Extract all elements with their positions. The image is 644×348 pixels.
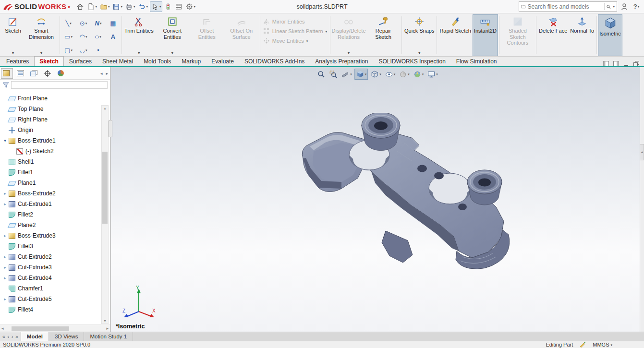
tree-item[interactable]: Top Plane xyxy=(0,104,110,114)
undo-button[interactable]: ▾ xyxy=(137,1,149,12)
scroll-left-icon[interactable]: ◂ xyxy=(1,326,4,331)
open-button[interactable]: ▾ xyxy=(99,1,111,12)
chevron-down-icon[interactable]: ▾ xyxy=(348,51,350,55)
convert-entities-button[interactable]: Convert Entities ▾ xyxy=(155,14,190,56)
tree-item[interactable]: ▸Cut-Extrude5 xyxy=(0,294,110,304)
chevron-down-icon[interactable]: ▾ xyxy=(40,51,42,55)
expander-icon[interactable]: ▸ xyxy=(2,254,8,259)
scrollbar-thumb[interactable] xyxy=(12,326,69,331)
tab-3d-views[interactable]: 3D Views xyxy=(49,332,84,341)
scroll-down-icon[interactable]: ▾ xyxy=(102,319,108,323)
pattern-tool-button[interactable]: ▦ xyxy=(106,16,121,30)
tree-item[interactable]: ▸Cut-Extrude4 xyxy=(0,273,110,283)
search-input[interactable] xyxy=(528,3,602,10)
tab-surfaces[interactable]: Surfaces xyxy=(64,56,97,66)
task-pane-strip[interactable]: ◂ xyxy=(640,67,644,332)
tab-solidworks-inspection[interactable]: SOLIDWORKS Inspection xyxy=(373,56,450,66)
tree-item[interactable]: Fillet4 xyxy=(0,304,110,315)
tree-item[interactable]: Origin xyxy=(0,125,110,135)
user-icon[interactable] xyxy=(620,3,628,11)
new-document-button[interactable]: ▾ xyxy=(86,1,98,12)
tab-evaluate[interactable]: Evaluate xyxy=(206,56,239,66)
tree-filter-input[interactable] xyxy=(11,81,108,89)
pane-left-icon[interactable] xyxy=(603,61,609,66)
expander-icon[interactable]: ▾ xyxy=(2,138,8,143)
tab-solidworks-add-ins[interactable]: SOLIDWORKS Add-Ins xyxy=(239,56,310,66)
zoom-area-button[interactable] xyxy=(328,69,339,80)
tab-sketch[interactable]: Sketch xyxy=(34,56,63,66)
ellipse-tool-button[interactable]: ○▾ xyxy=(91,30,106,43)
circle-tool-button[interactable]: ⊙▾ xyxy=(76,16,91,30)
delete-face-button[interactable]: Delete Face xyxy=(537,14,569,56)
minimize-document-icon[interactable] xyxy=(623,61,629,66)
trim-entities-button[interactable]: Trim Entities ▾ xyxy=(123,14,155,56)
expander-icon[interactable]: ▸ xyxy=(2,265,8,270)
hide-show-items-button[interactable]: ▾ xyxy=(384,69,397,80)
tree-item[interactable]: Chamfer1 xyxy=(0,283,110,294)
tree-item[interactable]: Front Plane xyxy=(0,93,110,104)
tab-motion-study-1[interactable]: Motion Study 1 xyxy=(84,332,133,341)
dimxpert-tab[interactable] xyxy=(41,68,53,79)
part-model[interactable] xyxy=(293,113,524,276)
tree-item[interactable]: Plane1 xyxy=(0,178,110,188)
scroll-first-icon[interactable]: « xyxy=(2,334,5,339)
feature-tree-tab[interactable] xyxy=(1,68,13,79)
help-button[interactable]: ?▾ xyxy=(632,1,641,12)
tab-model[interactable]: Model xyxy=(21,332,49,341)
scroll-right-icon[interactable]: ▸ xyxy=(106,326,109,331)
normal-to-button[interactable]: Normal To xyxy=(569,14,595,56)
panel-tab-left-icon[interactable]: ◂ xyxy=(99,71,104,76)
view-settings-button[interactable]: ▾ xyxy=(426,69,439,80)
scroll-next-icon[interactable]: › xyxy=(12,334,13,339)
tree-item[interactable]: ▸Cut-Extrude1 xyxy=(0,199,110,209)
sketch-button[interactable]: Sketch ▾ xyxy=(2,14,24,56)
tree-item[interactable]: Fillet2 xyxy=(0,209,110,220)
print-button[interactable]: ▾ xyxy=(124,1,136,12)
repair-sketch-button[interactable]: Repair Sketch xyxy=(366,14,401,56)
offset-on-surface-button[interactable]: Offset On Surface xyxy=(224,14,259,56)
tab-sheet-metal[interactable]: Sheet Metal xyxy=(97,56,138,66)
tree-item[interactable]: ▸Boss-Extrude2 xyxy=(0,188,110,199)
isometric-button[interactable]: Isometric xyxy=(598,14,622,56)
tree-item[interactable]: Fillet1 xyxy=(0,167,110,178)
display-manager-tab[interactable] xyxy=(55,68,67,79)
custom-properties-icon[interactable] xyxy=(580,342,586,348)
rectangle-tool-button[interactable]: ▭▾ xyxy=(61,30,76,43)
slot-tool-button[interactable]: ▢▾ xyxy=(61,43,76,57)
instant2d-button[interactable]: Instant2D xyxy=(473,14,498,56)
arc-tool-button[interactable]: ◠▾ xyxy=(76,30,91,43)
tree-horizontal-scrollbar[interactable]: ◂ ▸ xyxy=(0,324,110,332)
shaded-sketch-contours-button[interactable]: Shaded Sketch Contours xyxy=(500,14,535,56)
point-tool-button[interactable]: • xyxy=(91,43,106,57)
task-pane-expand-icon[interactable]: ◂ xyxy=(640,144,644,160)
panel-tab-right-icon[interactable]: ▸ xyxy=(105,71,109,76)
property-manager-tab[interactable] xyxy=(14,68,26,79)
zoom-fit-button[interactable] xyxy=(316,69,327,80)
tab-mold-tools[interactable]: Mold Tools xyxy=(138,56,176,66)
tab-markup[interactable]: Markup xyxy=(176,56,206,66)
chevron-down-icon[interactable]: ▾ xyxy=(138,51,140,55)
line-tool-button[interactable]: ╲▾ xyxy=(61,16,76,30)
restore-document-icon[interactable] xyxy=(633,61,639,66)
tree-item[interactable]: Right Plane xyxy=(0,114,110,125)
expander-icon[interactable]: ▸ xyxy=(2,276,8,280)
spline-tool-button[interactable]: N▾ xyxy=(91,16,106,30)
splitter-grip[interactable] xyxy=(109,120,112,137)
search-box[interactable]: ▾ xyxy=(519,1,617,12)
expander-icon[interactable]: ▸ xyxy=(2,297,8,301)
select-button[interactable]: ▾ xyxy=(150,1,163,12)
options-button[interactable]: ▾ xyxy=(184,1,196,12)
tab-features[interactable]: Features xyxy=(1,56,34,66)
move-entities-button[interactable]: Move Entities ▾ xyxy=(263,37,327,44)
smart-dimension-button[interactable]: Smart Dimension ▾ xyxy=(24,14,59,56)
chevron-down-icon[interactable]: ▾ xyxy=(12,51,14,55)
tree-item[interactable]: Plane2 xyxy=(0,220,110,230)
expander-icon[interactable]: ▸ xyxy=(2,191,8,196)
tree-item[interactable]: Shell1 xyxy=(0,156,110,167)
tree-item[interactable]: ▸Cut-Extrude2 xyxy=(0,252,110,262)
expander-icon[interactable]: ▸ xyxy=(2,202,8,206)
panel-splitter[interactable] xyxy=(110,67,111,332)
configuration-manager-tab[interactable] xyxy=(28,68,40,79)
section-view-button[interactable]: ▾ xyxy=(340,69,353,80)
chevron-down-icon[interactable]: ▾ xyxy=(613,5,615,8)
